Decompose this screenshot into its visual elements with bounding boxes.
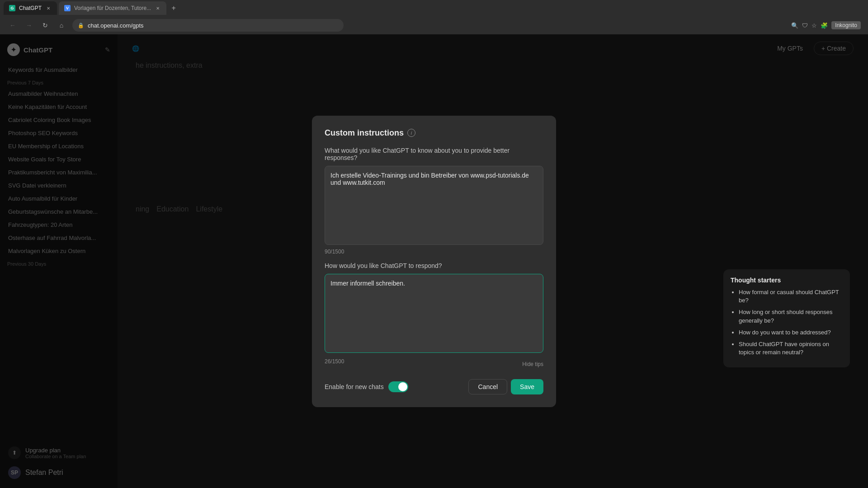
- lock-icon: 🔒: [78, 23, 84, 28]
- custom-instructions-modal: Custom instructions i What would you lik…: [312, 116, 556, 407]
- new-tab-button[interactable]: +: [168, 3, 179, 14]
- incognito-badge: Inkognito: [831, 21, 861, 29]
- star-icon: ☆: [811, 22, 817, 29]
- shield-icon: 🛡: [802, 22, 808, 29]
- info-icon[interactable]: i: [407, 129, 415, 137]
- vorlagen-tab[interactable]: V Vorlagen für Dozenten, Tutore... ✕: [59, 1, 166, 15]
- modal-overlay: Custom instructions i What would you lik…: [118, 34, 868, 488]
- thought-starters-list: How formal or casual should ChatGPT be? …: [731, 288, 843, 357]
- chatgpt-tab-label: ChatGPT: [19, 5, 42, 11]
- modal-question-1: What would you like ChatGPT to know abou…: [325, 147, 543, 161]
- modal-textarea-1[interactable]: [325, 166, 543, 245]
- modal-textarea-2[interactable]: [325, 274, 543, 353]
- url-text: chat.openai.com/gpts: [88, 22, 144, 29]
- save-button[interactable]: Save: [511, 379, 543, 394]
- vorlagen-favicon: V: [64, 5, 71, 11]
- thought-starters-panel: Thought starters How formal or casual sh…: [723, 269, 850, 367]
- forward-button[interactable]: →: [24, 20, 34, 31]
- reload-button[interactable]: ↻: [40, 20, 51, 31]
- enable-label: Enable for new chats: [325, 383, 384, 390]
- home-button[interactable]: ⌂: [56, 20, 67, 31]
- tab-bar: G ChatGPT ✕ V Vorlagen für Dozenten, Tut…: [0, 0, 868, 16]
- hide-tips-button[interactable]: Hide tips: [522, 361, 543, 367]
- cancel-button[interactable]: Cancel: [468, 379, 507, 394]
- modal-buttons: Cancel Save: [468, 379, 543, 394]
- extensions-icon: 🧩: [821, 22, 828, 29]
- char-count-1: 90/1500: [325, 249, 543, 255]
- chatgpt-tab-close[interactable]: ✕: [45, 5, 52, 11]
- modal-footer: Enable for new chats Cancel Save: [325, 379, 543, 394]
- thought-starter-item-3: How do you want to be addressed?: [739, 328, 843, 337]
- vorlagen-tab-close[interactable]: ✕: [155, 5, 161, 11]
- chatgpt-tab[interactable]: G ChatGPT ✕: [4, 1, 57, 15]
- toggle-knob: [398, 382, 407, 391]
- modal-title: Custom instructions i: [325, 128, 543, 138]
- enable-toggle[interactable]: [388, 381, 408, 392]
- vorlagen-tab-label: Vorlagen für Dozenten, Tutore...: [74, 5, 151, 11]
- char-count-row-2: 26/1500 Hide tips: [325, 357, 543, 372]
- thought-starter-item-2: How long or short should responses gener…: [739, 308, 843, 324]
- thought-starters-title: Thought starters: [731, 277, 843, 284]
- modal-title-text: Custom instructions: [325, 128, 404, 138]
- modal-question-2: How would you like ChatGPT to respond?: [325, 262, 543, 269]
- back-button[interactable]: ←: [7, 20, 18, 31]
- thought-starter-item-4: Should ChatGPT have opinions on topics o…: [739, 340, 843, 357]
- chatgpt-favicon: G: [9, 5, 15, 11]
- address-bar: ← → ↻ ⌂ 🔒 chat.openai.com/gpts 🔍 🛡 ☆ 🧩 I…: [0, 16, 868, 34]
- thought-starter-item-1: How formal or casual should ChatGPT be?: [739, 288, 843, 305]
- main-content: 🌐 My GPTs + Create he instructions, extr…: [118, 34, 868, 488]
- char-count-2: 26/1500: [325, 358, 344, 365]
- address-actions: 🔍 🛡 ☆ 🧩 Inkognito: [791, 21, 861, 29]
- browser-chrome: G ChatGPT ✕ V Vorlagen für Dozenten, Tut…: [0, 0, 868, 34]
- app-layout: ✦ ChatGPT ✎ Keywords für Ausmalbilder Pr…: [0, 34, 868, 488]
- enable-section: Enable for new chats: [325, 381, 408, 392]
- url-bar[interactable]: 🔒 chat.openai.com/gpts: [72, 19, 344, 32]
- zoom-icon: 🔍: [791, 22, 798, 29]
